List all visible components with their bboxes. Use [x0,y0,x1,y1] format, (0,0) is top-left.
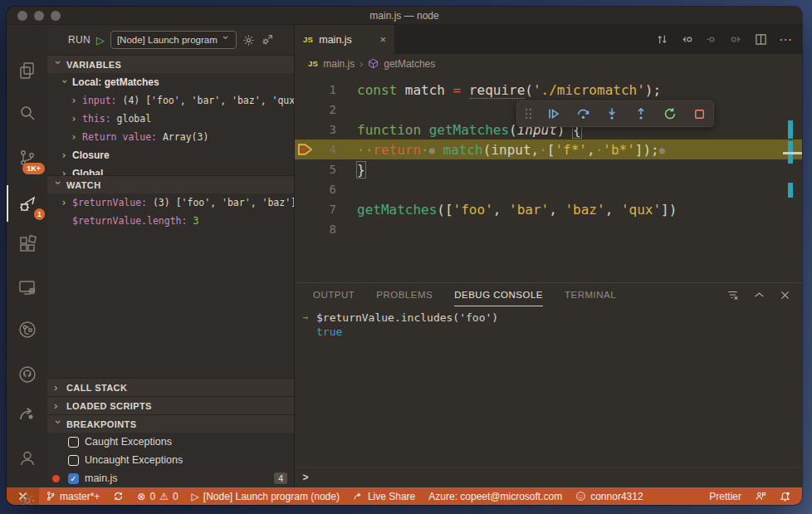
watch-section-label: WATCH [66,180,101,190]
previous-change-icon[interactable] [680,33,693,46]
github-account-status[interactable]: connor4312 [569,487,649,505]
prettier-status[interactable]: Prettier [702,487,748,505]
breadcrumb[interactable]: JS main.js › getMatches [295,54,802,73]
watch-row[interactable]: ›$returnValue: (3) ['foo', 'bar', 'baz'] [47,193,294,212]
panel-actions [726,283,790,306]
start-debug-button[interactable]: ▷ [96,34,105,47]
panel-tab-debug-console[interactable]: DEBUG CONSOLE [454,283,543,306]
feedback-button[interactable] [748,487,773,505]
line-number: 8 [315,223,336,236]
variable-row[interactable]: ›Global [47,164,294,175]
sidebar-item-extensions[interactable] [7,224,47,264]
bell-icon [780,491,790,502]
play-icon: ▷ [192,491,199,502]
panel-tab-output[interactable]: OUTPUT [313,283,355,306]
sidebar-item-live-share[interactable] [7,394,47,433]
sidebar-item-settings[interactable] [7,481,47,505]
debug-target-status[interactable]: ▷ [Node] Launch program (node) [185,487,346,505]
step-over-button[interactable] [575,107,590,120]
close-panel-icon[interactable] [780,290,790,301]
breakpoint-row[interactable]: Uncaught Exceptions [47,451,294,469]
continue-button[interactable] [546,107,561,120]
breakpoint-checkbox[interactable] [68,455,79,466]
variables-section-header[interactable]: › VARIABLES [47,55,294,73]
tab-main-js[interactable]: JS main.js × [295,25,394,54]
restart-button[interactable] [663,107,677,120]
close-tab-icon[interactable]: × [379,33,386,46]
breakpoint-row[interactable]: ✓main.js4 [47,469,294,487]
sidebar-item-run-and-debug[interactable]: 1 [7,184,47,223]
chevron-icon[interactable]: › [71,96,79,105]
azure-account-label: Azure: copeet@microsoft.com [428,491,562,502]
breakpoint-row[interactable]: Caught Exceptions [47,433,294,451]
problems-status[interactable]: ⊗ 0 ⚠ 0 [130,487,184,505]
chevron-icon[interactable]: › [71,115,79,123]
azure-account-status[interactable]: Azure: copeet@microsoft.com [422,487,569,505]
chevron-icon[interactable]: › [61,78,69,86]
window-title: main.js — node [7,10,802,22]
filter-icon[interactable] [726,289,739,301]
breadcrumb-symbol[interactable]: getMatches [384,58,435,70]
stop-button[interactable] [692,108,707,120]
chevron-icon[interactable]: › [61,151,69,159]
open-launch-config-button[interactable] [261,33,274,47]
console-result: true [316,326,342,338]
status-bar: master*+ ⊗ 0 ⚠ 0 ▷ [Node] Launch program… [7,487,802,505]
code-text: ··return·● match(input,·['f*',·'b*']);● [336,142,665,158]
code-editor[interactable]: 1const match = require('./micromatch');2… [295,73,802,282]
watch-section-header[interactable]: › WATCH [47,175,294,193]
chevron-icon[interactable]: › [71,133,79,141]
line-number: 3 [315,123,336,136]
more-actions-icon[interactable]: ⋯ [779,32,792,47]
panel-tab-problems[interactable]: PROBLEMS [376,283,433,306]
tab-label: main.js [319,34,352,46]
console-expression: $returnValue.includes('foo') [316,311,498,324]
variable-row[interactable]: ›this: global [47,110,294,128]
launch-config-dropdown[interactable]: [Node] Launch program › [110,31,237,49]
sidebar-item-accounts[interactable] [7,438,47,478]
git-branch-status[interactable]: master*+ [39,487,106,505]
maximize-panel-icon[interactable] [754,290,765,301]
step-into-button[interactable] [604,107,619,120]
open-changes-icon[interactable] [656,33,668,46]
step-out-button[interactable] [633,107,648,120]
debug-console-output[interactable]: → $returnValue.includes('foo') true [295,306,802,467]
overview-ruler-mark [788,120,793,139]
sidebar-item-explorer[interactable] [7,51,47,91]
variable-row[interactable]: ›Return value: Array(3) [47,128,294,146]
notifications-button[interactable] [773,487,797,505]
sidebar-item-source-control[interactable]: 1K+ [7,138,47,178]
debug-console-input[interactable]: > [295,467,802,487]
debug-target-label: [Node] Launch program (node) [203,491,340,502]
sidebar-item-search[interactable] [7,93,47,133]
next-change-icon[interactable] [730,33,743,46]
panel-tab-terminal[interactable]: TERMINAL [565,283,616,306]
toolbar-drag-handle[interactable] [524,108,532,120]
watch-row[interactable]: ›$returnValue.length: 3 [47,212,294,230]
console-expression-row: → $returnValue.includes('foo') [295,311,802,325]
sidebar-item-remote-explorer[interactable] [7,267,47,307]
remote-explorer-icon [17,277,37,297]
compare-dot-icon[interactable] [705,33,718,46]
sync-status[interactable] [106,487,130,505]
breakpoint-count-badge: 4 [274,472,287,484]
breakpoint-checkbox[interactable]: ✓ [68,473,79,484]
variable-row[interactable]: ›Local: getMatches [47,73,294,91]
breadcrumb-file[interactable]: main.js [323,58,355,70]
breakpoint-gutter[interactable] [295,142,315,157]
loaded-scripts-section-header[interactable]: › LOADED SCRIPTS [47,396,294,414]
breakpoint-checkbox[interactable] [68,437,79,448]
split-editor-icon[interactable] [755,33,767,46]
live-share-status[interactable]: Live Share [346,487,422,505]
variable-row[interactable]: ›Closure [47,146,294,164]
call-stack-section-header[interactable]: › CALL STACK [47,378,294,396]
line-number: 7 [315,203,336,216]
chevron-icon[interactable]: › [61,169,69,175]
variable-row[interactable]: ›input: (4) ['foo', 'bar', 'baz', 'qux'] [47,91,294,110]
debug-badge: 1 [34,208,45,220]
sidebar-item-github[interactable] [7,355,47,394]
sidebar-item-azure[interactable] [7,310,47,350]
chevron-icon[interactable]: › [61,198,69,207]
debug-settings-button[interactable] [242,34,255,47]
breakpoints-section-header[interactable]: › BREAKPOINTS [47,414,294,433]
